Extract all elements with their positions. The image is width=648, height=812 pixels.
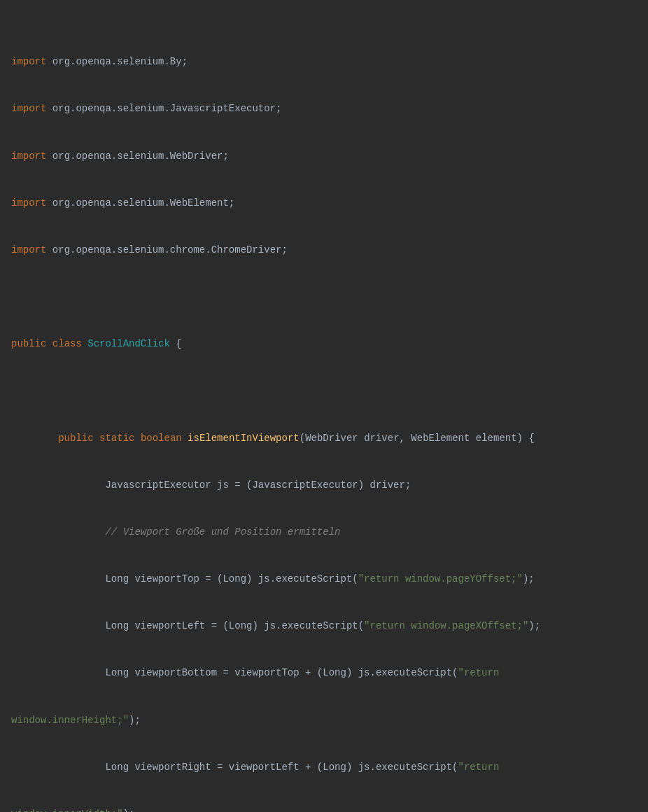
line-15: window.innerHeight;");: [0, 713, 648, 728]
line-6: [0, 289, 648, 304]
line-3: import org.openqa.selenium.WebDriver;: [0, 148, 648, 164]
line-8: [0, 383, 648, 398]
line-14: Long viewportBottom = viewportTop + (Lon…: [0, 665, 648, 680]
line-2: import org.openqa.selenium.JavascriptExe…: [0, 101, 648, 116]
line-5: import org.openqa.selenium.chrome.Chrome…: [0, 242, 648, 258]
line-10: JavascriptExecutor js = (JavascriptExecu…: [0, 477, 648, 493]
line-12: Long viewportTop = (Long) js.executeScri…: [0, 571, 648, 587]
line-17: window.innerWidth;");: [0, 806, 648, 812]
line-9: public static boolean isElementInViewpor…: [0, 430, 648, 446]
line-13: Long viewportLeft = (Long) js.executeScr…: [0, 618, 648, 634]
line-4: import org.openqa.selenium.WebElement;: [0, 195, 648, 211]
line-11: // Viewport Größe und Position ermitteln: [0, 524, 648, 540]
line-1: import org.openqa.selenium.By;: [0, 54, 648, 69]
code-editor: import org.openqa.selenium.By; import or…: [0, 0, 648, 812]
line-7: public class ScrollAndClick {: [0, 336, 648, 351]
line-16: Long viewportRight = viewportLeft + (Lon…: [0, 760, 648, 775]
